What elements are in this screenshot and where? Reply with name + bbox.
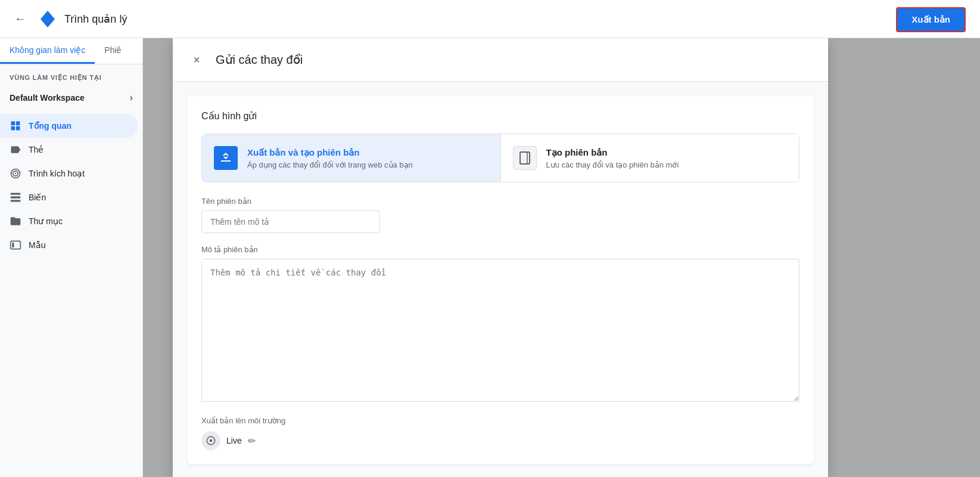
option-version-title: Tạo phiên bản [546,147,679,158]
sidebar-label-triggers: Trình kích hoạt [29,169,85,178]
option-create-version[interactable]: Tạo phiên bản Lưu các thay đổi và tạo ph… [501,134,799,182]
sidebar: Không gian làm việc Phiê VÙNG LÀM VIỆC H… [0,38,143,477]
sidebar-label-variables: Biến [29,193,46,202]
svg-rect-8 [11,196,21,198]
sidebar-tabs: Không gian làm việc Phiê [0,38,142,64]
env-icon [201,431,220,450]
app-logo [38,10,57,29]
folder-icon [10,215,21,227]
sidebar-item-overview[interactable]: Tổng quan [0,114,138,138]
version-desc-textarea[interactable] [201,259,799,402]
svg-rect-0 [11,122,15,126]
publish-button[interactable]: Xuất bản [896,7,966,32]
svg-rect-3 [16,126,20,131]
tag-icon [10,144,21,156]
chevron-right-icon: › [130,92,133,103]
option-publish-and-version[interactable]: Xuất bản và tạo phiên bản Áp dụng các th… [202,134,500,182]
edit-env-button[interactable]: ✏ [248,435,256,447]
config-card: Cấu hình gửi Xuất bản và tạo phiên b [187,96,814,464]
dialog-overlay: × Gửi các thay đổi Cấu hình gửi [143,38,980,477]
sidebar-nav: Tổng quan Thẻ Trình kích hoạt [0,109,142,262]
submit-dialog: × Gửi các thay đổi Cấu hình gửi [173,38,828,477]
workspace-section-label: VÙNG LÀM VIỆC HIỆN TẠI [0,64,142,86]
app-title: Trình quản lý [64,13,127,26]
version-name-input[interactable] [201,210,380,233]
option-version-subtitle: Lưu các thay đổi và tạo phiên bản mới [546,160,679,169]
create-version-icon [513,146,537,170]
sidebar-label-overview: Tổng quan [29,121,71,131]
dialog-header: × Gửi các thay đổi [173,38,828,82]
dialog-title: Gửi các thay đổi [216,52,303,67]
publish-version-icon [214,146,238,170]
target-icon [10,168,21,179]
sidebar-item-folders[interactable]: Thư mục [0,209,138,233]
svg-rect-7 [11,193,21,195]
svg-rect-1 [16,122,20,126]
dialog-body: Cấu hình gửi Xuất bản và tạo phiên b [173,82,828,477]
back-button[interactable]: ← [10,7,31,30]
option-publish-title: Xuất bản và tạo phiên bản [247,147,413,158]
close-button[interactable]: × [187,50,206,69]
svg-point-6 [15,173,17,175]
sidebar-label-templates: Mẫu [29,240,45,250]
tab-workspace[interactable]: Không gian làm việc [0,38,95,64]
workspace-item[interactable]: Default Workspace › [0,86,142,109]
option-version-text: Tạo phiên bản Lưu các thay đổi và tạo ph… [546,147,679,169]
sidebar-item-tags[interactable]: Thẻ [0,138,138,162]
sidebar-item-templates[interactable]: Mẫu [0,233,138,257]
option-publish-text: Xuất bản và tạo phiên bản Áp dụng các th… [247,147,413,169]
config-title: Cấu hình gửi [201,110,799,122]
tab-versions[interactable]: Phiê [95,38,130,64]
top-header: ← Trình quản lý Xuất bản [0,0,980,38]
sidebar-label-tags: Thẻ [29,145,43,154]
svg-rect-9 [11,200,21,202]
template-icon [10,239,21,251]
workspace-name: Default Workspace [10,93,85,103]
sidebar-item-triggers[interactable]: Trình kích hoạt [0,162,138,185]
option-publish-subtitle: Áp dụng các thay đổi đối với trang web c… [247,160,413,169]
version-desc-label: Mô tả phiên bản [201,245,799,254]
svg-rect-10 [11,241,21,249]
env-row: Live ✏ [201,431,799,450]
sidebar-label-folders: Thư mục [29,216,63,226]
sidebar-item-variables[interactable]: Biến [0,185,138,209]
env-name: Live [226,436,242,445]
variables-icon [10,191,21,203]
svg-rect-13 [520,152,527,164]
svg-point-15 [210,439,213,442]
svg-rect-2 [11,126,15,131]
options-row: Xuất bản và tạo phiên bản Áp dụng các th… [201,134,799,182]
main-area: Không gian làm việc Phiê VÙNG LÀM VIỆC H… [0,38,980,477]
header-left: ← Trình quản lý [10,7,127,30]
version-name-label: Tên phiên bản [201,197,799,206]
svg-rect-12 [520,152,530,164]
env-label: Xuất bản lên môi trường [201,416,799,425]
grid-icon [10,120,21,132]
svg-rect-11 [12,243,14,247]
